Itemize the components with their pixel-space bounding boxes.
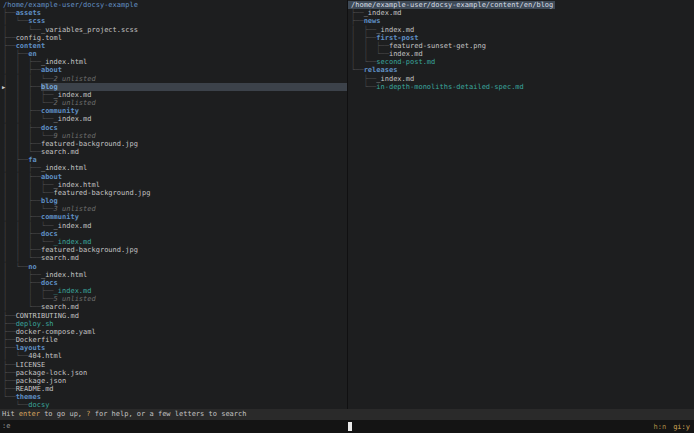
- tree-row[interactable]: │ │ │ └── 2 unlisted: [0, 99, 347, 107]
- tree-row[interactable]: │ ├── fa: [0, 156, 347, 164]
- tree-row[interactable]: └── in-depth-monoliths-detailed-spec.md: [348, 83, 694, 91]
- node-name[interactable]: _index.html: [41, 164, 87, 172]
- tree-row[interactable]: ├── Dockerfile: [0, 336, 347, 344]
- node-name[interactable]: blog: [41, 197, 58, 205]
- tree-row[interactable]: ├── layouts: [0, 344, 347, 352]
- tree-row[interactable]: │ │ ├── featured-background.jpg: [0, 246, 347, 254]
- tree-row[interactable]: │ │ │ └── _index.md: [0, 238, 347, 246]
- tree-row[interactable]: │ │ └── 5 unlisted: [0, 295, 347, 303]
- tree-row[interactable]: │ ├── _index.md: [348, 26, 694, 34]
- node-name[interactable]: config.toml: [16, 34, 62, 42]
- node-name[interactable]: 9 unlisted: [54, 132, 96, 140]
- tree-row[interactable]: │ ├── en: [0, 50, 347, 58]
- tree-row[interactable]: ├── CONTRIBUTING.md: [0, 312, 347, 320]
- node-name[interactable]: _index.md: [364, 9, 402, 17]
- node-name[interactable]: _index.md: [376, 75, 414, 83]
- tree-row[interactable]: ├── content: [0, 42, 347, 50]
- tree-row[interactable]: ├── news: [348, 17, 694, 25]
- tree-row[interactable]: │ ├── _index.html: [0, 271, 347, 279]
- tree-row[interactable]: │ │ │ └── 2 unlisted: [0, 75, 347, 83]
- tree-row[interactable]: │ │ │ └── 9 unlisted: [0, 132, 347, 140]
- tree-row[interactable]: │ │ ├── _index.md: [0, 287, 347, 295]
- node-name[interactable]: README.md: [16, 385, 54, 393]
- tree-row[interactable]: ├── docker-compose.yaml: [0, 328, 347, 336]
- tree-row[interactable]: └── themes: [0, 393, 347, 401]
- node-name[interactable]: featured-background.jpg: [41, 140, 138, 148]
- node-name[interactable]: search.md: [41, 148, 79, 156]
- tree-row[interactable]: │ ├── docs: [0, 279, 347, 287]
- node-name[interactable]: search.md: [41, 254, 79, 262]
- node-name[interactable]: _index.md: [54, 91, 92, 99]
- tree-row[interactable]: │ │ ├── featured-sunset-get.png: [348, 42, 694, 50]
- tree-row[interactable]: │ │ └── search.md: [0, 254, 347, 262]
- node-name[interactable]: about: [41, 66, 62, 74]
- tree-row[interactable]: │ └── 404.html: [0, 352, 347, 360]
- tree-row[interactable]: │ └── second-post.md: [348, 58, 694, 66]
- node-name[interactable]: scss: [28, 17, 45, 25]
- tree-row[interactable]: │ │ ├── about: [0, 66, 347, 74]
- node-name[interactable]: LICENSE: [16, 361, 46, 369]
- node-name[interactable]: about: [41, 173, 62, 181]
- tree-row[interactable]: │ │ ├── featured-background.jpg: [0, 140, 347, 148]
- node-name[interactable]: no: [28, 263, 36, 271]
- tree-row[interactable]: │ │ ├── docs: [0, 230, 347, 238]
- node-name[interactable]: releases: [364, 66, 398, 74]
- node-name[interactable]: 404.html: [28, 352, 62, 360]
- node-name[interactable]: assets: [16, 9, 41, 17]
- node-name[interactable]: second-post.md: [376, 58, 435, 66]
- right-panel-input[interactable]: h:ngi:y: [347, 420, 694, 433]
- node-name[interactable]: _index.md: [54, 222, 92, 230]
- node-name[interactable]: first-post: [376, 34, 418, 42]
- tree-row[interactable]: ├── LICENSE: [0, 361, 347, 369]
- tree-row[interactable]: ├── _index.md: [348, 9, 694, 17]
- node-name[interactable]: community: [41, 213, 79, 221]
- tree-row[interactable]: │ └── no: [0, 263, 347, 271]
- tree-row[interactable]: │ │ └── search.md: [0, 148, 347, 156]
- tree-row[interactable]: │ ├── first-post: [348, 34, 694, 42]
- tree-row[interactable]: │ │ ├── docs: [0, 124, 347, 132]
- node-name[interactable]: package.json: [16, 377, 67, 385]
- node-name[interactable]: _index.html: [54, 181, 100, 189]
- node-name[interactable]: 5 unlisted: [54, 295, 96, 303]
- node-name[interactable]: 2 unlisted: [54, 99, 96, 107]
- node-name[interactable]: docs: [41, 124, 58, 132]
- node-name[interactable]: docker-compose.yaml: [16, 328, 96, 336]
- tree-row[interactable]: │ └── _variables_project.scss: [0, 26, 347, 34]
- tree-row[interactable]: │ │ │ └── featured-background.jpg: [0, 189, 347, 197]
- node-name[interactable]: search.md: [41, 303, 79, 311]
- node-name[interactable]: 3 unlisted: [54, 205, 96, 213]
- node-name[interactable]: _index.html: [41, 271, 87, 279]
- node-name[interactable]: Dockerfile: [16, 336, 58, 344]
- left-root-path[interactable]: /home/example-user/docsy-example: [0, 1, 347, 9]
- node-name[interactable]: _index.md: [376, 26, 414, 34]
- tree-row[interactable]: │ │ ├── _index.html: [0, 164, 347, 172]
- tree-row[interactable]: ├── assets: [0, 9, 347, 17]
- node-name[interactable]: CONTRIBUTING.md: [16, 312, 79, 320]
- node-name[interactable]: 2 unlisted: [54, 75, 96, 83]
- node-name[interactable]: _index.html: [41, 58, 87, 66]
- right-root-path[interactable]: /home/example-user/docsy-example/content…: [348, 1, 694, 9]
- node-name[interactable]: _index.md: [54, 287, 92, 295]
- tree-row[interactable]: └── docsy: [0, 401, 347, 409]
- tree-row[interactable]: ├── README.md: [0, 385, 347, 393]
- node-name[interactable]: content: [16, 42, 46, 50]
- tree-row[interactable]: │ │ ├── community: [0, 213, 347, 221]
- tree-row[interactable]: │ │ ├── about: [0, 173, 347, 181]
- left-panel-input[interactable]: :e: [0, 420, 347, 433]
- node-name[interactable]: featured-sunset-get.png: [389, 42, 486, 50]
- node-name[interactable]: _variables_project.scss: [41, 26, 138, 34]
- tree-row[interactable]: ▶ │ │ ├── blog: [0, 83, 347, 91]
- tree-row[interactable]: ├── package.json: [0, 377, 347, 385]
- node-name[interactable]: docs: [41, 279, 58, 287]
- tree-row[interactable]: │ │ │ ├── _index.html: [0, 181, 347, 189]
- tree-row[interactable]: └── releases: [348, 66, 694, 74]
- node-name[interactable]: blog: [41, 83, 58, 91]
- node-name[interactable]: featured-background.jpg: [41, 246, 138, 254]
- tree-row[interactable]: ├── deploy.sh: [0, 320, 347, 328]
- tree-row[interactable]: │ └── search.md: [0, 303, 347, 311]
- node-name[interactable]: package-lock.json: [16, 369, 88, 377]
- tree-row[interactable]: │ │ │ └── _index.md: [0, 115, 347, 123]
- node-name[interactable]: _index.md: [54, 115, 92, 123]
- tree-row[interactable]: │ │ └── index.md: [348, 50, 694, 58]
- node-name[interactable]: news: [364, 17, 381, 25]
